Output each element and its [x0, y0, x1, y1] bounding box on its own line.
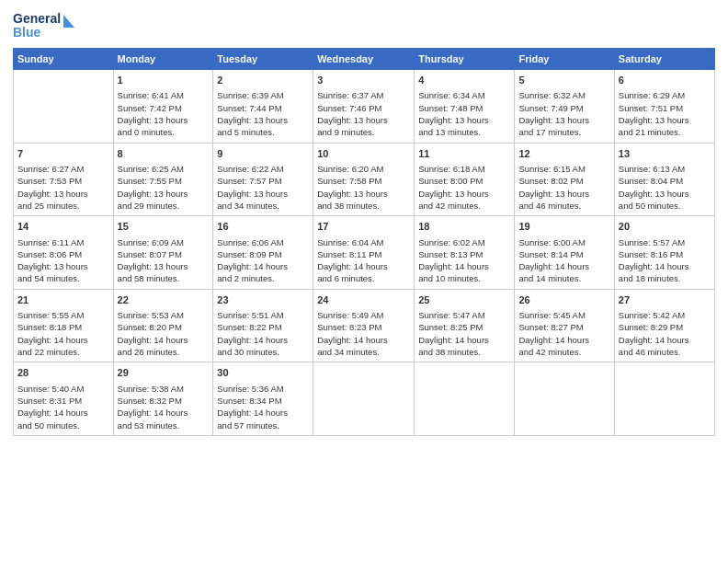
weekday-header-monday: Monday: [113, 49, 213, 70]
day-number: 2: [217, 74, 309, 87]
day-cell: 17Sunrise: 6:04 AMSunset: 8:11 PMDayligh…: [313, 216, 415, 290]
day-cell: 19Sunrise: 6:00 AMSunset: 8:14 PMDayligh…: [515, 216, 614, 290]
day-cell: 22Sunrise: 5:53 AMSunset: 8:20 PMDayligh…: [113, 289, 213, 362]
day-info: Sunrise: 6:34 AMSunset: 7:48 PMDaylight:…: [418, 90, 489, 137]
weekday-header-tuesday: Tuesday: [213, 49, 313, 70]
day-number: 20: [619, 220, 711, 234]
day-number: 28: [17, 366, 109, 380]
weekday-header-friday: Friday: [515, 49, 614, 70]
day-info: Sunrise: 6:22 AMSunset: 7:57 PMDaylight:…: [217, 164, 288, 211]
day-info: Sunrise: 6:06 AMSunset: 8:09 PMDaylight:…: [217, 237, 288, 284]
day-cell: 20Sunrise: 5:57 AMSunset: 8:16 PMDayligh…: [614, 216, 714, 290]
day-cell: 16Sunrise: 6:06 AMSunset: 8:09 PMDayligh…: [213, 216, 313, 290]
day-cell: 9Sunrise: 6:22 AMSunset: 7:57 PMDaylight…: [213, 143, 313, 216]
day-number: 22: [118, 293, 210, 307]
day-number: 23: [217, 293, 309, 307]
day-cell: [415, 362, 515, 436]
day-cell: 1Sunrise: 6:41 AMSunset: 7:42 PMDaylight…: [113, 70, 213, 144]
day-info: Sunrise: 6:29 AMSunset: 7:51 PMDaylight:…: [619, 90, 689, 137]
day-number: 25: [418, 293, 510, 307]
day-number: 18: [418, 220, 510, 234]
day-info: Sunrise: 5:49 AMSunset: 8:23 PMDaylight:…: [317, 310, 388, 357]
day-cell: 2Sunrise: 6:39 AMSunset: 7:44 PMDaylight…: [213, 70, 313, 144]
day-number: 14: [17, 220, 109, 234]
day-info: Sunrise: 5:53 AMSunset: 8:20 PMDaylight:…: [118, 310, 188, 357]
calendar-table: SundayMondayTuesdayWednesdayThursdayFrid…: [13, 48, 715, 436]
day-cell: 26Sunrise: 5:45 AMSunset: 8:27 PMDayligh…: [515, 289, 614, 362]
day-info: Sunrise: 6:13 AMSunset: 8:04 PMDaylight:…: [619, 164, 689, 211]
day-number: 7: [17, 147, 109, 161]
day-cell: 12Sunrise: 6:15 AMSunset: 8:02 PMDayligh…: [515, 143, 614, 216]
day-info: Sunrise: 6:32 AMSunset: 7:49 PMDaylight:…: [518, 90, 589, 137]
day-cell: 21Sunrise: 5:55 AMSunset: 8:18 PMDayligh…: [14, 289, 114, 362]
svg-text:Blue: Blue: [13, 25, 41, 40]
day-cell: 25Sunrise: 5:47 AMSunset: 8:25 PMDayligh…: [415, 289, 515, 362]
day-number: 26: [518, 293, 609, 307]
week-row-5: 28Sunrise: 5:40 AMSunset: 8:31 PMDayligh…: [14, 362, 715, 436]
day-number: 5: [518, 74, 609, 87]
weekday-header-thursday: Thursday: [415, 49, 515, 70]
day-number: 6: [619, 74, 711, 87]
day-cell: 14Sunrise: 6:11 AMSunset: 8:06 PMDayligh…: [14, 216, 114, 290]
day-number: 24: [317, 293, 410, 307]
day-number: 11: [418, 147, 510, 161]
day-info: Sunrise: 5:45 AMSunset: 8:27 PMDaylight:…: [518, 310, 589, 357]
day-cell: 30Sunrise: 5:36 AMSunset: 8:34 PMDayligh…: [213, 362, 313, 436]
day-info: Sunrise: 6:11 AMSunset: 8:06 PMDaylight:…: [17, 237, 88, 284]
week-row-3: 14Sunrise: 6:11 AMSunset: 8:06 PMDayligh…: [14, 216, 715, 290]
weekday-header-saturday: Saturday: [614, 49, 714, 70]
day-cell: [515, 362, 614, 436]
day-info: Sunrise: 5:38 AMSunset: 8:32 PMDaylight:…: [118, 384, 188, 431]
day-cell: 24Sunrise: 5:49 AMSunset: 8:23 PMDayligh…: [313, 289, 415, 362]
day-number: 17: [317, 220, 410, 234]
day-number: 21: [17, 293, 109, 307]
day-cell: 11Sunrise: 6:18 AMSunset: 8:00 PMDayligh…: [415, 143, 515, 216]
day-info: Sunrise: 6:18 AMSunset: 8:00 PMDaylight:…: [418, 164, 489, 211]
weekday-header-sunday: Sunday: [14, 49, 114, 70]
day-cell: 8Sunrise: 6:25 AMSunset: 7:55 PMDaylight…: [113, 143, 213, 216]
day-info: Sunrise: 5:40 AMSunset: 8:31 PMDaylight:…: [17, 384, 88, 431]
day-info: Sunrise: 5:42 AMSunset: 8:29 PMDaylight:…: [619, 310, 689, 357]
week-row-1: 1Sunrise: 6:41 AMSunset: 7:42 PMDaylight…: [14, 70, 715, 144]
day-info: Sunrise: 5:55 AMSunset: 8:18 PMDaylight:…: [17, 310, 88, 357]
day-info: Sunrise: 6:20 AMSunset: 7:58 PMDaylight:…: [317, 164, 388, 211]
week-row-4: 21Sunrise: 5:55 AMSunset: 8:18 PMDayligh…: [14, 289, 715, 362]
day-info: Sunrise: 6:39 AMSunset: 7:44 PMDaylight:…: [217, 90, 288, 137]
day-number: 12: [518, 147, 609, 161]
day-info: Sunrise: 6:00 AMSunset: 8:14 PMDaylight:…: [518, 237, 589, 284]
day-number: 29: [118, 366, 210, 380]
day-number: 4: [418, 74, 510, 87]
day-cell: 27Sunrise: 5:42 AMSunset: 8:29 PMDayligh…: [614, 289, 714, 362]
day-cell: 10Sunrise: 6:20 AMSunset: 7:58 PMDayligh…: [313, 143, 415, 216]
day-cell: [14, 70, 114, 144]
header: GeneralBlue: [13, 9, 715, 42]
day-cell: 18Sunrise: 6:02 AMSunset: 8:13 PMDayligh…: [415, 216, 515, 290]
day-number: 3: [317, 74, 410, 87]
day-info: Sunrise: 5:47 AMSunset: 8:25 PMDaylight:…: [418, 310, 489, 357]
day-info: Sunrise: 6:41 AMSunset: 7:42 PMDaylight:…: [118, 90, 188, 137]
svg-marker-2: [63, 15, 74, 28]
svg-text:General: General: [13, 11, 61, 26]
day-info: Sunrise: 6:04 AMSunset: 8:11 PMDaylight:…: [317, 237, 388, 284]
day-info: Sunrise: 6:09 AMSunset: 8:07 PMDaylight:…: [118, 237, 188, 284]
day-cell: 6Sunrise: 6:29 AMSunset: 7:51 PMDaylight…: [614, 70, 714, 144]
calendar-container: GeneralBlue SundayMondayTuesdayWednesday…: [0, 0, 728, 445]
day-number: 8: [118, 147, 210, 161]
day-info: Sunrise: 5:57 AMSunset: 8:16 PMDaylight:…: [619, 237, 689, 284]
day-info: Sunrise: 5:51 AMSunset: 8:22 PMDaylight:…: [217, 310, 288, 357]
day-cell: 28Sunrise: 5:40 AMSunset: 8:31 PMDayligh…: [14, 362, 114, 436]
day-cell: 5Sunrise: 6:32 AMSunset: 7:49 PMDaylight…: [515, 70, 614, 144]
day-cell: 15Sunrise: 6:09 AMSunset: 8:07 PMDayligh…: [113, 216, 213, 290]
day-cell: [614, 362, 714, 436]
day-cell: 3Sunrise: 6:37 AMSunset: 7:46 PMDaylight…: [313, 70, 415, 144]
day-info: Sunrise: 6:25 AMSunset: 7:55 PMDaylight:…: [118, 164, 188, 211]
day-number: 15: [118, 220, 210, 234]
day-info: Sunrise: 6:37 AMSunset: 7:46 PMDaylight:…: [317, 90, 388, 137]
day-cell: [313, 362, 415, 436]
day-cell: 23Sunrise: 5:51 AMSunset: 8:22 PMDayligh…: [213, 289, 313, 362]
weekday-header-wednesday: Wednesday: [313, 49, 415, 70]
day-number: 13: [619, 147, 711, 161]
day-number: 1: [118, 74, 210, 87]
day-number: 9: [217, 147, 309, 161]
day-cell: 13Sunrise: 6:13 AMSunset: 8:04 PMDayligh…: [614, 143, 714, 216]
